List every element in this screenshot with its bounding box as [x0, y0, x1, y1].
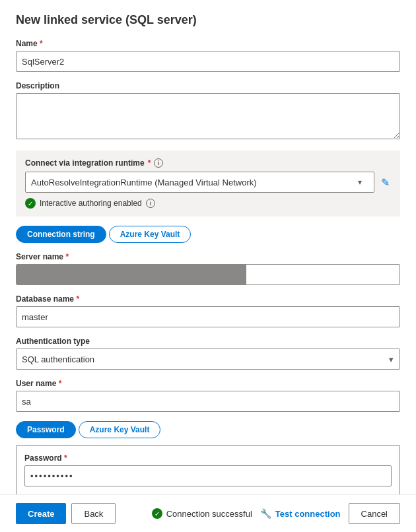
password-azure-key-vault-tab[interactable]: Azure Key Vault — [79, 421, 161, 438]
back-button[interactable]: Back — [71, 503, 116, 524]
name-field-group: Name * — [16, 39, 400, 72]
interactive-authoring-row: ✓ Interactive authoring enabled i — [25, 198, 391, 209]
password-tab[interactable]: Password — [16, 421, 76, 438]
test-connection-button[interactable]: 🔧 Test connection — [258, 504, 343, 523]
username-input[interactable] — [16, 391, 400, 412]
description-input[interactable] — [16, 93, 400, 139]
server-name-fill — [17, 265, 246, 284]
password-label: Password * — [24, 453, 392, 463]
wrench-icon: 🔧 — [260, 508, 271, 519]
connection-success-row: ✓ Connection successful — [152, 508, 252, 519]
password-input[interactable] — [24, 465, 392, 486]
connection-success-check-icon: ✓ — [152, 508, 162, 519]
panel-title: New linked service (SQL server) — [16, 13, 400, 27]
connection-tab-row: Connection string Azure Key Vault — [16, 226, 400, 243]
integration-runtime-box: Connect via integration runtime * i Auto… — [16, 150, 400, 216]
name-label: Name * — [16, 39, 400, 48]
integration-runtime-info-icon[interactable]: i — [154, 158, 163, 168]
database-name-label: Database name * — [16, 294, 400, 304]
integration-runtime-edit-button[interactable]: ✎ — [380, 175, 391, 190]
auth-type-field-group: Authentication type SQL authentication ▾ — [16, 337, 400, 370]
auth-type-select[interactable]: SQL authentication — [16, 349, 400, 370]
azure-key-vault-tab[interactable]: Azure Key Vault — [109, 226, 191, 243]
description-label: Description — [16, 81, 400, 90]
connection-success-text: Connection successful — [166, 509, 252, 519]
username-label: User name * — [16, 379, 400, 388]
password-inner-box: Password * — [16, 445, 400, 495]
description-field-group: Description — [16, 81, 400, 141]
integration-runtime-select[interactable]: AutoResolveIntegrationRuntime (Managed V… — [25, 172, 374, 193]
create-button[interactable]: Create — [16, 503, 66, 524]
auth-type-label: Authentication type — [16, 337, 400, 346]
server-name-bar[interactable] — [16, 264, 400, 285]
connection-string-tab[interactable]: Connection string — [16, 226, 106, 243]
name-input[interactable] — [16, 51, 400, 72]
password-tab-row: Password Azure Key Vault — [16, 421, 400, 438]
integration-runtime-label: Connect via integration runtime * i — [25, 158, 391, 168]
interactive-authoring-check-icon: ✓ — [25, 198, 36, 209]
server-name-field-group: Server name * — [16, 252, 400, 285]
username-field-group: User name * — [16, 379, 400, 412]
integration-runtime-select-wrapper: AutoResolveIntegrationRuntime (Managed V… — [25, 172, 391, 193]
footer-bar: Create Back ✓ Connection successful 🔧 Te… — [0, 494, 416, 532]
interactive-authoring-text: Interactive authoring enabled — [40, 199, 142, 208]
interactive-authoring-info-icon[interactable]: i — [146, 199, 155, 208]
server-name-label: Server name * — [16, 252, 400, 261]
database-name-input[interactable] — [16, 306, 400, 327]
password-field-group: Password * — [24, 453, 392, 486]
cancel-button[interactable]: Cancel — [349, 503, 400, 524]
database-name-field-group: Database name * — [16, 294, 400, 327]
